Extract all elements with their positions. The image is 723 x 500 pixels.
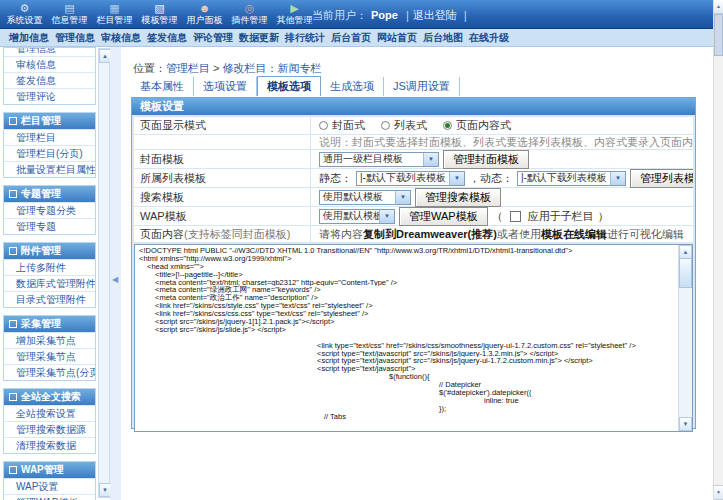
manage-wap-template-button[interactable]: 管理WAP模板 — [399, 207, 488, 226]
sidebar-item[interactable]: 数据库式管理附件 — [4, 275, 95, 291]
breadcrumb-section-link[interactable]: 管理栏目 — [166, 62, 210, 74]
scroll-down-icon[interactable]: ▼ — [714, 485, 723, 500]
sidebar-item[interactable]: 全站搜索设置 — [4, 405, 95, 421]
nav-item-2[interactable]: 审核信息 — [99, 31, 143, 45]
sidebar-group: 栏目管理管理栏目管理栏目(分页)批量设置栏目属性 — [3, 112, 96, 178]
toolbar-item-5[interactable]: ◎ 插件管理 — [227, 1, 272, 26]
apply-to-subcolumn-checkbox[interactable] — [510, 211, 521, 222]
nav-item-10[interactable]: 在线升级 — [467, 31, 511, 45]
sidebar-item[interactable]: 管理栏目 — [4, 129, 95, 145]
dynamic-list-template-select[interactable]: |-默认下载列表模板▼ — [517, 171, 626, 186]
radio-icon[interactable] — [319, 121, 328, 130]
sidebar-item[interactable]: 管理采集节点 — [4, 348, 95, 364]
nav-item-8[interactable]: 网站首页 — [375, 31, 419, 45]
sidebar-group-header[interactable]: 栏目管理 — [4, 113, 95, 129]
nav-item-9[interactable]: 后台地图 — [421, 31, 465, 45]
code-line: // Tabs — [139, 413, 677, 421]
sidebar-item[interactable]: 管理信息 — [4, 48, 95, 56]
sidebar-item[interactable]: 管理WAP模板 — [4, 494, 95, 500]
toolbar-item-4[interactable]: ☻ 用户面板 — [182, 1, 227, 26]
chevron-down-icon: ▼ — [449, 172, 464, 185]
cover-template-select[interactable]: 通用一级栏目模板▼ — [319, 152, 439, 167]
sidebar-item[interactable]: 管理评论 — [4, 88, 95, 104]
main-content: 位置：管理栏目 > 修改栏目：新闻专栏 基本属性选项设置模板选项生成选项JS调用… — [121, 47, 713, 500]
collapse-sidebar-icon[interactable]: ◀ — [112, 275, 118, 284]
scroll-up-icon[interactable]: ▲ — [679, 245, 692, 259]
tab-3[interactable]: 生成选项 — [321, 77, 384, 96]
sidebar-scrollbar[interactable]: ▲ ▼ — [98, 48, 110, 498]
sidebar-splitter[interactable]: ◀ — [110, 47, 121, 500]
radio-icon[interactable] — [443, 121, 452, 130]
manage-search-template-button[interactable]: 管理搜索模板 — [415, 188, 501, 207]
sidebar-group-header[interactable]: WAP管理 — [4, 462, 95, 478]
tab-0[interactable]: 基本属性 — [131, 77, 194, 96]
sidebar-item[interactable]: 审核信息 — [4, 56, 95, 72]
toolbar-item-1[interactable]: ▤ 信息管理 — [47, 1, 92, 26]
content-hint: 请将内容复制到Dreamweaver(推荐)或者使用模板在线编辑进行可视化编辑 — [311, 227, 693, 242]
scrollbar-thumb[interactable] — [679, 258, 692, 288]
wap-template-select[interactable]: 使用默认模板▼ — [319, 209, 395, 224]
nav-item-7[interactable]: 后台首页 — [329, 31, 373, 45]
manage-cover-template-button[interactable]: 管理封面模板 — [443, 150, 529, 169]
square-icon — [9, 247, 17, 255]
toolbar-item-0[interactable]: ⚙ 系统设置 — [2, 1, 47, 26]
logout-link[interactable]: ｜退出登陆 ｜ — [402, 9, 471, 21]
scroll-up-icon[interactable]: ▲ — [99, 49, 110, 63]
wap-template-row: WAP模板 使用默认模板▼ 管理WAP模板 （应用于子栏目） — [134, 207, 693, 226]
nav-item-5[interactable]: 数据更新 — [237, 31, 281, 45]
radio-option[interactable]: 封面式 — [319, 118, 365, 133]
sidebar-item[interactable]: 目录式管理附件 — [4, 291, 95, 307]
sidebar-group-header[interactable]: 附件管理 — [4, 243, 95, 259]
manage-list-template-button[interactable]: 管理列表模板 — [630, 169, 693, 188]
sidebar-item[interactable]: 管理专题 — [4, 218, 95, 234]
sidebar-item[interactable]: 清理搜索数据 — [4, 437, 95, 453]
scrollbar-thumb[interactable] — [714, 14, 723, 56]
radio-icon[interactable] — [381, 121, 390, 130]
search-template-select[interactable]: 使用默认模板▼ — [319, 190, 411, 205]
code-line: <link href="/skins/css/style.css" type="… — [139, 302, 677, 310]
sidebar-item[interactable]: 上传多附件 — [4, 259, 95, 275]
sidebar-item[interactable]: 批量设置栏目属性 — [4, 161, 95, 177]
sidebar-item[interactable]: 增加采集节点 — [4, 332, 95, 348]
textarea-scrollbar[interactable]: ▲ ▼ — [678, 245, 692, 431]
tab-1[interactable]: 选项设置 — [194, 77, 257, 96]
tab-2[interactable]: 模板选项 — [257, 76, 321, 96]
nav-item-4[interactable]: 评论管理 — [191, 31, 235, 45]
sidebar-item[interactable]: 管理采集节点(分页) — [4, 364, 95, 380]
code-line: <script type="text/javascript"> — [139, 365, 677, 373]
nav-item-0[interactable]: 增加信息 — [7, 31, 51, 45]
scroll-down-icon[interactable]: ▼ — [99, 483, 110, 497]
breadcrumb-page-link[interactable]: 修改栏目：新闻专栏 — [223, 62, 322, 74]
sidebar-item[interactable]: WAP设置 — [4, 478, 95, 494]
toolbar-item-3[interactable]: ▧ 模板管理 — [137, 1, 182, 26]
static-list-template-select[interactable]: |-默认下载列表模板▼ — [356, 171, 465, 186]
page-content-code-textarea[interactable]: <!DOCTYPE html PUBLIC "-//W3C//DTD XHTML… — [134, 244, 693, 432]
toolbar-item-2[interactable]: ▦ 栏目管理 — [92, 1, 137, 26]
other-manage-icon: ▶ — [272, 1, 317, 15]
nav-item-6[interactable]: 排行统计 — [283, 31, 327, 45]
code-line: $('#tabs').tabs({event: 'mouseover'}); — [139, 428, 677, 429]
sidebar-item[interactable]: 签发信息 — [4, 72, 95, 88]
sidebar-group-header[interactable]: 采集管理 — [4, 316, 95, 332]
sidebar-item[interactable]: 管理栏目(分页) — [4, 145, 95, 161]
tab-4[interactable]: JS调用设置 — [384, 77, 460, 96]
sidebar-group-header[interactable]: 全站全文搜索 — [4, 389, 95, 405]
scroll-down-icon[interactable]: ▼ — [679, 417, 692, 431]
scroll-up-icon[interactable]: ▲ — [714, 0, 723, 14]
code-line: <script type="text/javascript" src="/ski… — [139, 357, 677, 365]
radio-option[interactable]: 列表式 — [381, 118, 427, 133]
sidebar-group-header[interactable]: 专题管理 — [4, 186, 95, 202]
sidebar-item[interactable]: 管理搜索数据源 — [4, 421, 95, 437]
documents-icon: ▤ — [47, 1, 92, 15]
page-scrollbar[interactable]: ▲ ▼ — [713, 0, 723, 500]
radio-option[interactable]: 页面内容式 — [443, 118, 511, 133]
sidebar-menu: 管理信息审核信息签发信息管理评论 栏目管理管理栏目管理栏目(分页)批量设置栏目属… — [3, 47, 96, 500]
code-line: <!DOCTYPE html PUBLIC "-//W3C//DTD XHTML… — [139, 247, 677, 255]
toolbar-item-6[interactable]: ▶ 其他管理 — [272, 1, 317, 26]
chevron-down-icon: ▼ — [379, 210, 394, 223]
nav-item-1[interactable]: 管理信息 — [53, 31, 97, 45]
code-line: <meta content="绿洲政工网" name="keywords" /> — [139, 286, 677, 294]
sidebar-item[interactable]: 管理专题分类 — [4, 202, 95, 218]
nav-item-3[interactable]: 签发信息 — [145, 31, 189, 45]
code-line — [139, 421, 677, 429]
